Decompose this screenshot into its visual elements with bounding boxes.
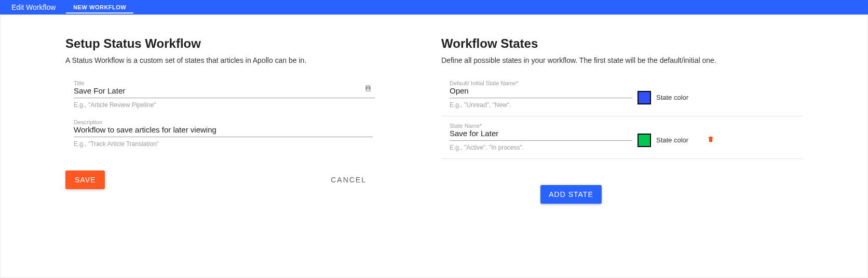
state-color-swatch[interactable] <box>638 91 651 104</box>
page-content: Setup Status Workflow A Status Workflow … <box>1 15 867 277</box>
tab-edit-workflow[interactable]: Edit Workflow <box>5 3 62 11</box>
states-subtitle: Define all possible states in your workf… <box>441 56 803 64</box>
description-helper: E.g., "Track Article Translation" <box>74 140 372 148</box>
setup-buttons: SAVE CANCEL <box>65 170 373 189</box>
states-panel: Workflow States Define all possible stat… <box>434 36 867 277</box>
state-helper: E.g., "Unread", "New". <box>450 101 632 109</box>
state-name-input[interactable] <box>450 86 632 98</box>
state-label: Default/ Initial State Name* <box>450 80 518 86</box>
state-label: State Name* <box>450 123 482 129</box>
description-field-wrap: Description E.g., "Track Article Transla… <box>74 118 372 148</box>
add-state-row: ADD STATE <box>441 185 701 204</box>
setup-subtitle: A Status Workflow is a custom set of sta… <box>65 56 372 64</box>
tab-bar: Edit Workflow NEW WORKFLOW <box>0 0 868 15</box>
state-color-swatch[interactable] <box>638 134 651 147</box>
description-label: Description <box>74 119 102 125</box>
setup-heading: Setup Status Workflow <box>65 36 372 51</box>
save-button[interactable]: SAVE <box>65 170 105 189</box>
setup-panel: Setup Status Workflow A Status Workflow … <box>1 36 434 277</box>
delete-state-icon[interactable] <box>707 135 714 146</box>
add-state-button[interactable]: ADD STATE <box>540 185 602 204</box>
tab-new-workflow[interactable]: NEW WORKFLOW <box>66 1 133 14</box>
state-color-label: State color <box>656 94 688 101</box>
title-label: Title <box>74 80 84 86</box>
title-input[interactable] <box>74 86 375 98</box>
description-input[interactable] <box>74 125 373 137</box>
title-field-wrap: Title E.g., "Article Review Pipeline" <box>74 79 372 109</box>
state-row: Default/ Initial State Name* E.g., "Unre… <box>441 79 803 116</box>
cancel-button[interactable]: CANCEL <box>324 170 373 189</box>
states-heading: Workflow States <box>441 36 803 51</box>
state-helper: E.g., "Active", "In process". <box>450 144 632 151</box>
state-color-label: State color <box>656 136 688 144</box>
state-row: State Name* E.g., "Active", "In process"… <box>441 122 803 159</box>
state-name-input[interactable] <box>450 129 632 140</box>
title-helper: E.g., "Article Review Pipeline" <box>74 101 372 109</box>
